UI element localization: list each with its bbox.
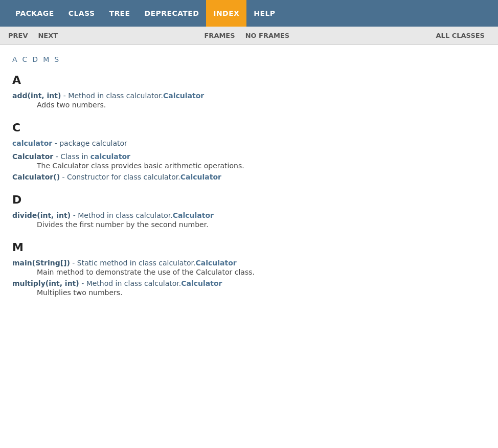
- entry-divide: divide(int, int) - Method in class calcu…: [12, 211, 479, 229]
- entry-divide-description: Divides the first number by the second n…: [37, 220, 479, 229]
- entry-calculator-pkg-link[interactable]: calculator: [12, 139, 52, 147]
- section-M: M main(String[]) - Static method in clas…: [12, 241, 479, 297]
- entry-add-class-link[interactable]: Calculator: [163, 92, 204, 100]
- entry-divide-class-link[interactable]: Calculator: [173, 211, 214, 219]
- letter-link-S[interactable]: S: [54, 55, 59, 63]
- section-A: A add(int, int) - Method in class calcul…: [12, 74, 479, 109]
- nav-help[interactable]: HELP: [246, 0, 282, 27]
- sub-nav-prev[interactable]: PREV: [8, 32, 33, 39]
- entry-Calculator-class-link[interactable]: calculator: [90, 152, 130, 161]
- section-heading-A: A: [12, 74, 479, 86]
- letter-link-C[interactable]: C: [22, 55, 28, 63]
- entry-calculator-pkg: calculator - package calculator: [12, 139, 479, 147]
- nav-index[interactable]: INDEX: [206, 0, 246, 27]
- section-D: D divide(int, int) - Method in class cal…: [12, 193, 479, 229]
- sub-nav-no-frames[interactable]: NO FRAMES: [240, 32, 295, 39]
- entry-multiply-class-link[interactable]: Calculator: [181, 279, 222, 287]
- entry-Calculator-class-middle: - Class in: [56, 152, 90, 161]
- section-heading-D: D: [12, 193, 479, 206]
- entry-main-middle: - Static method in class calculator.: [72, 259, 195, 267]
- entry-add-description: Adds two numbers.: [37, 101, 479, 109]
- entry-main-class-link[interactable]: Calculator: [195, 259, 236, 267]
- entry-Calculator-class: Calculator - Class in calculator The Cal…: [12, 152, 479, 170]
- entry-divide-middle: - Method in class calculator.: [73, 211, 173, 219]
- entry-multiply: multiply(int, int) - Method in class cal…: [12, 279, 479, 297]
- section-C: C calculator - package calculator Calcul…: [12, 121, 479, 181]
- sub-nav-frames[interactable]: FRAMES: [199, 32, 240, 39]
- nav-tree[interactable]: TREE: [102, 0, 137, 27]
- letter-index: A C D M S: [12, 55, 479, 63]
- entry-main: main(String[]) - Static method in class …: [12, 259, 479, 276]
- sub-nav-all-classes[interactable]: ALL CLASSES: [431, 32, 490, 39]
- entry-main-description: Main method to demonstrate the use of th…: [37, 268, 479, 276]
- entry-add-middle: - Method in class calculator.: [63, 92, 163, 100]
- entry-Calculator-class-title: Calculator: [12, 152, 53, 161]
- section-heading-C: C: [12, 121, 479, 134]
- nav-package[interactable]: PACKAGE: [8, 0, 61, 27]
- entry-Calculator-ctor-link[interactable]: Calculator: [180, 173, 221, 181]
- entry-add-title: add(int, int): [12, 92, 61, 100]
- letter-link-D[interactable]: D: [32, 55, 38, 63]
- entry-main-title: main(String[]): [12, 259, 70, 267]
- section-heading-M: M: [12, 241, 479, 254]
- entry-calculator-pkg-text: - package calculator: [55, 139, 127, 147]
- letter-link-A[interactable]: A: [12, 55, 17, 63]
- main-content: A C D M S A add(int, int) - Method in cl…: [0, 45, 491, 321]
- entry-multiply-title: multiply(int, int): [12, 279, 79, 287]
- entry-multiply-middle: - Method in class calculator.: [81, 279, 181, 287]
- entry-Calculator-ctor-title: Calculator(): [12, 173, 60, 181]
- entry-multiply-description: Multiplies two numbers.: [37, 288, 479, 297]
- entry-add: add(int, int) - Method in class calculat…: [12, 92, 479, 109]
- sub-navigation: PREV NEXT FRAMES NO FRAMES ALL CLASSES: [0, 27, 498, 45]
- nav-class[interactable]: CLASS: [61, 0, 102, 27]
- entry-Calculator-class-description: The Calculator class provides basic arit…: [37, 162, 479, 170]
- entry-divide-title: divide(int, int): [12, 211, 71, 219]
- top-navigation: PACKAGE CLASS TREE DEPRECATED INDEX HELP: [0, 0, 498, 27]
- nav-deprecated[interactable]: DEPRECATED: [138, 0, 207, 27]
- entry-Calculator-constructor: Calculator() - Constructor for class cal…: [12, 173, 479, 181]
- entry-Calculator-ctor-middle: - Constructor for class calculator.: [62, 173, 180, 181]
- sub-nav-next[interactable]: NEXT: [33, 32, 63, 39]
- letter-link-M[interactable]: M: [43, 55, 49, 63]
